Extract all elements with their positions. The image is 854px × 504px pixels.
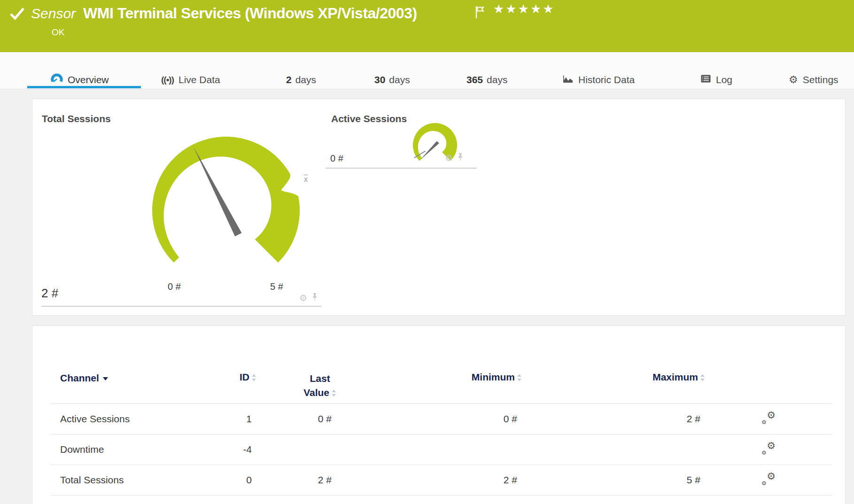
gauge-title-total-sessions: Total Sessions — [42, 113, 111, 124]
last-value-cell: 2 # — [256, 465, 336, 495]
table-row: Active Sessions 1 0 # 0 # 2 # ⚙⚙ — [51, 403, 832, 434]
sensor-title: WMI Terminal Services (Windows XP/Vista/… — [83, 5, 417, 22]
dropdown-caret-icon — [103, 372, 108, 383]
table-row: Total Sessions 0 2 # 2 # 5 # ⚙⚙ — [51, 465, 832, 495]
active-sessions-gauge — [407, 117, 463, 173]
gauge-current-value: 2 # — [41, 286, 58, 301]
minimum-cell — [336, 434, 522, 465]
pin-icon[interactable] — [311, 293, 318, 303]
gauge-current-value: 0 # — [330, 153, 343, 164]
tab-log[interactable]: Log — [701, 73, 732, 87]
object-kind-label: Sensor — [31, 6, 76, 22]
column-header-actions — [705, 366, 832, 403]
average-marker: x — [304, 175, 308, 184]
id-cell: 0 — [231, 465, 256, 495]
sensor-status-badge: OK — [52, 27, 64, 38]
gear-icon[interactable]: ⚙ — [445, 154, 453, 163]
gauge-title-active-sessions: Active Sessions — [331, 113, 407, 124]
channel-settings-gears-icon[interactable]: ⚙⚙ — [761, 442, 776, 454]
total-sessions-gauge — [127, 112, 325, 309]
column-header-minimum[interactable]: Minimum — [336, 366, 522, 403]
channel-name-cell[interactable]: Downtime — [51, 434, 231, 465]
sort-arrows-icon — [517, 372, 522, 384]
column-header-channel[interactable]: Channel — [51, 366, 231, 403]
channels-panel: Channel ID Last Value Minimum Maximum — [32, 326, 846, 504]
channel-settings-gears-icon[interactable]: ⚙⚙ — [761, 473, 776, 485]
priority-stars[interactable]: ★★★★★ — [493, 3, 555, 15]
widget-divider — [41, 306, 321, 307]
pin-icon[interactable] — [457, 153, 464, 163]
table-row: Downtime -4 ⚙⚙ — [51, 434, 832, 465]
maximum-cell: 2 # — [522, 403, 705, 434]
active-tab-underline — [27, 86, 141, 88]
minimum-cell: 2 # — [336, 465, 522, 495]
settings-gear-icon: ⚙ — [789, 75, 798, 85]
widget-controls: ⚙ — [445, 153, 464, 163]
gauges-panel: Total Sessions x 0 # 5 # 2 # ⚙ Active Se… — [32, 99, 846, 316]
gear-icon[interactable]: ⚙ — [299, 294, 307, 302]
channel-name-cell[interactable]: Total Sessions — [51, 465, 231, 495]
maximum-cell — [522, 434, 705, 465]
broadcast-icon: ((•)) — [161, 75, 174, 85]
last-value-cell: 0 # — [256, 403, 336, 434]
log-list-icon — [701, 74, 711, 85]
column-header-id[interactable]: ID — [231, 366, 256, 403]
minimum-cell: 0 # — [336, 403, 522, 434]
tab-bar: Overview ((•)) Live Data 2 days 30 days … — [0, 52, 854, 89]
column-header-last-value[interactable]: Last Value — [256, 366, 336, 403]
id-cell: -4 — [231, 434, 256, 465]
channels-table: Channel ID Last Value Minimum Maximum — [51, 366, 832, 496]
sort-arrows-icon — [251, 372, 256, 384]
priority-flag-icon[interactable] — [475, 6, 485, 21]
column-header-maximum[interactable]: Maximum — [522, 366, 705, 403]
sort-arrows-icon — [700, 372, 705, 384]
widget-divider — [326, 168, 477, 169]
overview-gauge-icon — [51, 73, 63, 87]
sensor-header: Sensor WMI Terminal Services (Windows XP… — [0, 0, 854, 52]
tab-settings[interactable]: ⚙ Settings — [789, 73, 838, 87]
channel-settings-gears-icon[interactable]: ⚙⚙ — [761, 411, 776, 424]
tab-historic-data[interactable]: Historic Data — [562, 73, 635, 87]
id-cell: 1 — [231, 403, 256, 434]
widget-controls: ⚙ — [299, 293, 318, 303]
area-chart-icon — [562, 74, 574, 86]
channel-name-cell[interactable]: Active Sessions — [51, 403, 231, 434]
sort-arrows-icon — [331, 387, 336, 401]
tab-365-days[interactable]: 365 days — [466, 73, 507, 87]
tab-overview[interactable]: Overview — [51, 73, 109, 87]
tab-30-days[interactable]: 30 days — [374, 73, 410, 87]
tab-live-data[interactable]: ((•)) Live Data — [161, 73, 220, 87]
last-value-cell — [256, 434, 336, 465]
status-check-icon — [9, 7, 25, 23]
gauge-max-label: 5 # — [270, 281, 283, 292]
tab-2-days[interactable]: 2 days — [286, 73, 316, 87]
maximum-cell: 5 # — [522, 465, 705, 495]
gauge-min-label: 0 # — [168, 281, 181, 292]
